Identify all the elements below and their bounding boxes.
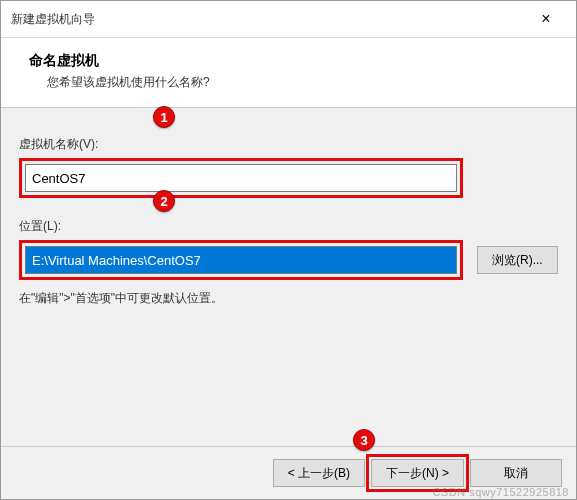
wizard-header: 命名虚拟机 您希望该虚拟机使用什么名称?	[1, 38, 576, 108]
next-button[interactable]: 下一步(N) >	[371, 459, 464, 487]
wizard-content: 1 虚拟机名称(V): 2 位置(L): 浏览(R)... 在"编辑">"首选项…	[1, 108, 576, 446]
callout-3: 3	[353, 429, 375, 451]
new-vm-wizard-dialog: 新建虚拟机向导 × 命名虚拟机 您希望该虚拟机使用什么名称? 1 虚拟机名称(V…	[0, 0, 577, 500]
page-subtitle: 您希望该虚拟机使用什么名称?	[47, 74, 556, 91]
cancel-button[interactable]: 取消	[470, 459, 562, 487]
page-title: 命名虚拟机	[29, 52, 556, 70]
location-input[interactable]	[25, 246, 457, 274]
titlebar: 新建虚拟机向导 ×	[1, 1, 576, 38]
location-row: 浏览(R)...	[19, 240, 558, 280]
back-button[interactable]: < 上一步(B)	[273, 459, 365, 487]
vm-name-highlight	[19, 158, 463, 198]
location-label: 位置(L):	[19, 218, 558, 235]
vm-name-input[interactable]	[25, 164, 457, 192]
close-button[interactable]: ×	[526, 7, 566, 31]
browse-button[interactable]: 浏览(R)...	[477, 246, 558, 274]
vm-name-label: 虚拟机名称(V):	[19, 136, 558, 153]
callout-2: 2	[153, 190, 175, 212]
location-highlight	[19, 240, 463, 280]
window-title: 新建虚拟机向导	[11, 11, 95, 28]
watermark: CSDN sqwy71522925818	[432, 486, 569, 498]
default-location-hint: 在"编辑">"首选项"中可更改默认位置。	[19, 290, 558, 307]
callout-1: 1	[153, 106, 175, 128]
close-icon: ×	[541, 10, 550, 28]
